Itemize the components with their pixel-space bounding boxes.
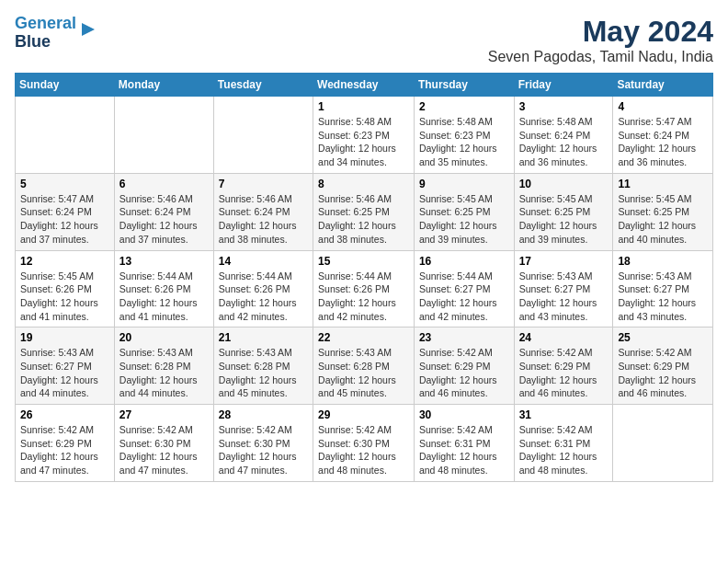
page-title: May 2024 (488, 15, 713, 49)
page-subtitle: Seven Pagodas, Tamil Nadu, India (488, 49, 713, 65)
day-number: 22 (318, 331, 409, 344)
weekday-header: Wednesday (313, 74, 415, 97)
calendar-cell: 5Sunrise: 5:47 AM Sunset: 6:24 PM Daylig… (16, 173, 115, 250)
day-info: Sunrise: 5:43 AM Sunset: 6:27 PM Dayligh… (20, 346, 109, 400)
day-number: 14 (219, 255, 308, 268)
day-info: Sunrise: 5:44 AM Sunset: 6:26 PM Dayligh… (119, 270, 209, 324)
calendar-cell: 7Sunrise: 5:46 AM Sunset: 6:24 PM Daylig… (213, 173, 313, 250)
day-info: Sunrise: 5:46 AM Sunset: 6:25 PM Dayligh… (318, 192, 409, 247)
calendar-cell: 15Sunrise: 5:44 AM Sunset: 6:26 PM Dayli… (313, 250, 415, 327)
calendar-cell: 25Sunrise: 5:42 AM Sunset: 6:29 PM Dayli… (613, 327, 713, 405)
day-info: Sunrise: 5:48 AM Sunset: 6:23 PM Dayligh… (318, 115, 409, 169)
calendar-cell: 11Sunrise: 5:45 AM Sunset: 6:25 PM Dayli… (613, 173, 713, 250)
weekday-header: Sunday (16, 74, 115, 97)
calendar-cell: 12Sunrise: 5:45 AM Sunset: 6:26 PM Dayli… (16, 250, 115, 327)
day-info: Sunrise: 5:44 AM Sunset: 6:27 PM Dayligh… (419, 270, 509, 324)
calendar-cell: 1Sunrise: 5:48 AM Sunset: 6:23 PM Daylig… (313, 97, 415, 174)
day-number: 24 (519, 331, 609, 344)
day-number: 10 (519, 178, 609, 190)
day-info: Sunrise: 5:42 AM Sunset: 6:31 PM Dayligh… (419, 423, 509, 477)
calendar-cell: 26Sunrise: 5:42 AM Sunset: 6:29 PM Dayli… (16, 405, 115, 482)
day-number: 9 (419, 178, 509, 190)
calendar-cell: 22Sunrise: 5:43 AM Sunset: 6:28 PM Dayli… (313, 327, 415, 405)
day-number: 1 (318, 100, 409, 113)
day-number: 12 (20, 255, 109, 268)
day-info: Sunrise: 5:43 AM Sunset: 6:28 PM Dayligh… (318, 346, 409, 400)
calendar-table: SundayMondayTuesdayWednesdayThursdayFrid… (15, 73, 713, 482)
calendar-cell: 23Sunrise: 5:42 AM Sunset: 6:29 PM Dayli… (414, 327, 514, 405)
day-info: Sunrise: 5:45 AM Sunset: 6:25 PM Dayligh… (519, 192, 609, 247)
page-header: GeneralBlue May 2024 Seven Pagodas, Tami… (15, 15, 713, 65)
day-number: 17 (519, 255, 609, 268)
logo-text: GeneralBlue (15, 15, 76, 52)
title-block: May 2024 Seven Pagodas, Tamil Nadu, Indi… (488, 15, 713, 65)
day-info: Sunrise: 5:43 AM Sunset: 6:27 PM Dayligh… (519, 270, 609, 324)
day-info: Sunrise: 5:42 AM Sunset: 6:31 PM Dayligh… (519, 423, 609, 477)
day-number: 29 (318, 408, 409, 421)
calendar-cell: 27Sunrise: 5:42 AM Sunset: 6:30 PM Dayli… (114, 405, 213, 482)
calendar-cell: 4Sunrise: 5:47 AM Sunset: 6:24 PM Daylig… (613, 97, 713, 174)
day-info: Sunrise: 5:45 AM Sunset: 6:25 PM Dayligh… (618, 192, 708, 247)
day-info: Sunrise: 5:42 AM Sunset: 6:29 PM Dayligh… (618, 346, 708, 400)
day-info: Sunrise: 5:48 AM Sunset: 6:24 PM Dayligh… (519, 115, 609, 169)
calendar-cell: 9Sunrise: 5:45 AM Sunset: 6:25 PM Daylig… (414, 173, 514, 250)
calendar-cell: 31Sunrise: 5:42 AM Sunset: 6:31 PM Dayli… (514, 405, 613, 482)
day-info: Sunrise: 5:42 AM Sunset: 6:30 PM Dayligh… (219, 423, 308, 477)
calendar-cell: 20Sunrise: 5:43 AM Sunset: 6:28 PM Dayli… (114, 327, 213, 405)
logo: GeneralBlue (15, 15, 98, 52)
calendar-cell: 28Sunrise: 5:42 AM Sunset: 6:30 PM Dayli… (213, 405, 313, 482)
day-info: Sunrise: 5:45 AM Sunset: 6:26 PM Dayligh… (20, 270, 109, 324)
day-info: Sunrise: 5:42 AM Sunset: 6:29 PM Dayligh… (20, 423, 109, 477)
calendar-cell: 14Sunrise: 5:44 AM Sunset: 6:26 PM Dayli… (213, 250, 313, 327)
day-number: 4 (618, 100, 708, 113)
day-info: Sunrise: 5:44 AM Sunset: 6:26 PM Dayligh… (219, 270, 308, 324)
day-number: 2 (419, 100, 509, 113)
day-number: 31 (519, 408, 609, 421)
calendar-cell: 3Sunrise: 5:48 AM Sunset: 6:24 PM Daylig… (514, 97, 613, 174)
day-info: Sunrise: 5:46 AM Sunset: 6:24 PM Dayligh… (219, 192, 308, 247)
calendar-header-row: SundayMondayTuesdayWednesdayThursdayFrid… (16, 74, 713, 97)
day-number: 5 (20, 178, 109, 190)
weekday-header: Tuesday (213, 74, 313, 97)
day-info: Sunrise: 5:43 AM Sunset: 6:27 PM Dayligh… (618, 270, 708, 324)
calendar-cell: 17Sunrise: 5:43 AM Sunset: 6:27 PM Dayli… (514, 250, 613, 327)
day-number: 18 (618, 255, 708, 268)
day-info: Sunrise: 5:42 AM Sunset: 6:30 PM Dayligh… (318, 423, 409, 477)
day-info: Sunrise: 5:42 AM Sunset: 6:30 PM Dayligh… (119, 423, 209, 477)
calendar-week-row: 1Sunrise: 5:48 AM Sunset: 6:23 PM Daylig… (16, 97, 713, 174)
calendar-cell (613, 405, 713, 482)
day-info: Sunrise: 5:46 AM Sunset: 6:24 PM Dayligh… (119, 192, 209, 247)
calendar-cell: 24Sunrise: 5:42 AM Sunset: 6:29 PM Dayli… (514, 327, 613, 405)
day-number: 23 (419, 331, 509, 344)
calendar-week-row: 19Sunrise: 5:43 AM Sunset: 6:27 PM Dayli… (16, 327, 713, 405)
day-info: Sunrise: 5:42 AM Sunset: 6:29 PM Dayligh… (419, 346, 509, 400)
calendar-cell (16, 97, 115, 174)
day-number: 3 (519, 100, 609, 113)
day-info: Sunrise: 5:48 AM Sunset: 6:23 PM Dayligh… (419, 115, 509, 169)
calendar-cell: 6Sunrise: 5:46 AM Sunset: 6:24 PM Daylig… (114, 173, 213, 250)
calendar-cell: 10Sunrise: 5:45 AM Sunset: 6:25 PM Dayli… (514, 173, 613, 250)
logo-icon (78, 19, 98, 40)
day-number: 8 (318, 178, 409, 190)
day-info: Sunrise: 5:44 AM Sunset: 6:26 PM Dayligh… (318, 270, 409, 324)
weekday-header: Friday (514, 74, 613, 97)
day-info: Sunrise: 5:47 AM Sunset: 6:24 PM Dayligh… (618, 115, 708, 169)
day-info: Sunrise: 5:43 AM Sunset: 6:28 PM Dayligh… (119, 346, 209, 400)
day-number: 27 (119, 408, 209, 421)
day-number: 25 (618, 331, 708, 344)
day-number: 19 (20, 331, 109, 344)
calendar-cell: 21Sunrise: 5:43 AM Sunset: 6:28 PM Dayli… (213, 327, 313, 405)
day-number: 13 (119, 255, 209, 268)
calendar-cell: 30Sunrise: 5:42 AM Sunset: 6:31 PM Dayli… (414, 405, 514, 482)
weekday-header: Thursday (414, 74, 514, 97)
calendar-week-row: 5Sunrise: 5:47 AM Sunset: 6:24 PM Daylig… (16, 173, 713, 250)
day-number: 11 (618, 178, 708, 190)
day-info: Sunrise: 5:47 AM Sunset: 6:24 PM Dayligh… (20, 192, 109, 247)
calendar-cell: 19Sunrise: 5:43 AM Sunset: 6:27 PM Dayli… (16, 327, 115, 405)
calendar-week-row: 26Sunrise: 5:42 AM Sunset: 6:29 PM Dayli… (16, 405, 713, 482)
calendar-cell (213, 97, 313, 174)
day-number: 26 (20, 408, 109, 421)
day-number: 16 (419, 255, 509, 268)
calendar-cell: 18Sunrise: 5:43 AM Sunset: 6:27 PM Dayli… (613, 250, 713, 327)
weekday-header: Monday (114, 74, 213, 97)
